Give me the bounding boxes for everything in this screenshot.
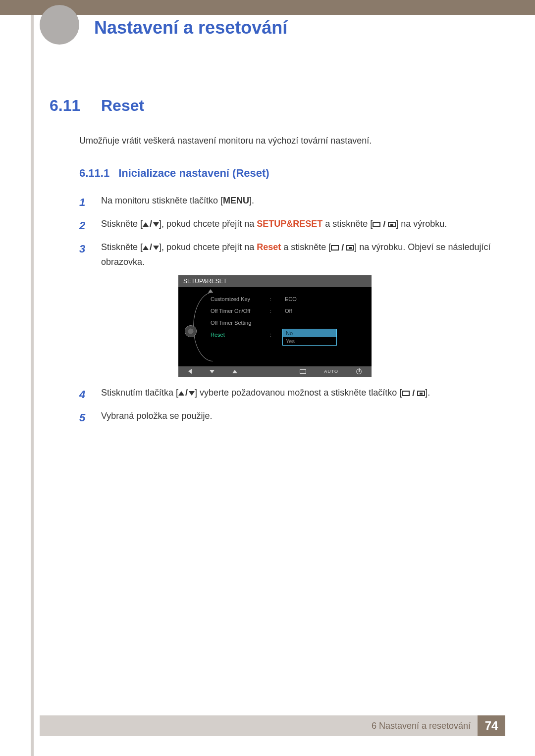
rect-icon [373,222,380,227]
text: Stiskněte [ [101,219,143,229]
slash: / [150,242,152,252]
text: Stiskněte [ [101,242,143,252]
osd-panel: SETUP&RESET Customized Key : ECO [178,275,372,377]
page-number: 74 [478,715,505,736]
enter-button-icon: / [373,217,396,232]
arrow-down-icon [153,246,159,250]
arrow-down-icon [153,222,159,227]
section-description: Umožňuje vrátit veškerá nastavení monito… [79,136,495,146]
osd-header: SETUP&RESET [178,275,372,287]
text: ] vyberte požadovanou možnost a stisknět… [195,388,402,398]
step-number: 1 [79,194,91,211]
step-1: 1 Na monitoru stiskněte tlačítko [MENU]. [79,194,495,211]
osd-option-no: No [283,329,336,337]
section-number: 6.11 [50,97,89,115]
step-number: 3 [79,240,91,269]
side-bar [31,15,34,756]
arrow-up-icon [143,246,149,250]
content: 6.11 Reset Umožňuje vrátit veškerá nasta… [50,97,495,432]
chapter-title: Nastavení a resetování [94,17,287,38]
osd-label: Customized Key [211,296,270,302]
gear-icon [185,326,196,337]
text: a stiskněte [ [322,219,373,229]
text: Stisknutím tlačítka [ [101,388,178,398]
target-highlight: Reset [257,242,281,252]
auto-label: AUTO [324,369,338,374]
power-icon [356,369,362,374]
text: Na monitoru stiskněte tlačítko [ [101,196,223,205]
step-2: 2 Stiskněte [/], pokud chcete přejít na … [79,217,495,234]
subsection-title: Inicializace nastavení (Reset) [118,167,269,180]
step-text: Vybraná položka se použije. [101,409,495,426]
target-highlight: SETUP&RESET [257,219,322,229]
enter-button-icon: / [331,241,354,255]
osd-row: Off Timer On/Off : Off [211,305,372,317]
step-text: Stiskněte [/], pokud chcete přejít na Re… [101,240,495,269]
slash: / [150,219,152,229]
step-4: 4 Stisknutím tlačítka [/] vyberte požado… [79,386,495,403]
chapter-badge-icon [40,5,79,45]
back-button-icon [188,369,192,374]
step-number: 2 [79,217,91,234]
text: ]. [425,388,430,398]
osd-value: ECO [285,296,297,302]
osd-label: Off Timer Setting [211,320,270,326]
rect-icon [402,391,410,396]
arrow-up-icon [143,222,149,227]
enter-button-icon [300,369,306,374]
down-button-icon [210,370,214,373]
enter-button-icon: / [402,386,425,401]
osd-sep: : [270,332,285,338]
osd-items: Customized Key : ECO Off Timer On/Off : … [206,287,372,366]
step-5: 5 Vybraná položka se použije. [79,409,495,426]
osd-sep: : [270,296,285,302]
osd-sep [270,320,285,326]
step-number: 4 [79,386,91,403]
rect-in-icon [346,245,354,251]
step-text: Stiskněte [/], pokud chcete přejít na SE… [101,217,495,234]
section-heading: 6.11 Reset [50,97,495,115]
up-button-icon [232,370,237,373]
osd-label-reset: Reset [211,332,270,338]
osd-footer: AUTO [178,366,372,377]
arrow-up-icon [208,289,213,293]
subsection-heading: 6.11.1 Inicializace nastavení (Reset) [79,167,495,180]
slash: / [185,388,188,398]
top-bar [0,0,535,15]
rect-in-icon [417,391,425,396]
steps-list: 1 Na monitoru stiskněte tlačítko [MENU].… [79,194,495,426]
step-number: 5 [79,409,91,426]
subsection-number: 6.11.1 [79,167,109,180]
footer-chapter-label: 6 Nastavení a resetování [372,715,478,736]
step-text: Stisknutím tlačítka [/] vyberte požadova… [101,386,495,403]
osd-value: Off [285,308,292,314]
arrow-up-icon [178,391,184,396]
osd-row: Customized Key : ECO [211,293,372,305]
menu-label: MENU [223,196,249,205]
text: a stiskněte [ [281,242,331,252]
arrow-down-icon [189,391,195,396]
step-text: Na monitoru stiskněte tlačítko [MENU]. [101,194,495,211]
osd-sep: : [270,308,285,314]
osd-row: Off Timer Setting [211,317,372,329]
text: ], pokud chcete přejít na [159,242,257,252]
step-3: 3 Stiskněte [/], pokud chcete přejít na … [79,240,495,269]
text: ]. [249,196,254,205]
osd-body: Customized Key : ECO Off Timer On/Off : … [178,287,372,366]
text: ], pokud chcete přejít na [159,219,257,229]
osd-screenshot: SETUP&RESET Customized Key : ECO [178,275,372,377]
osd-label: Off Timer On/Off [211,308,270,314]
osd-left [178,287,206,366]
section-title: Reset [101,97,144,115]
osd-select-box: No Yes [282,329,337,346]
footer-bar: 6 Nastavení a resetování 74 [40,715,505,736]
rect-in-icon [388,222,396,227]
text: ] na výrobku. [396,219,447,229]
osd-option-yes: Yes [283,337,336,345]
rect-icon [331,245,339,251]
